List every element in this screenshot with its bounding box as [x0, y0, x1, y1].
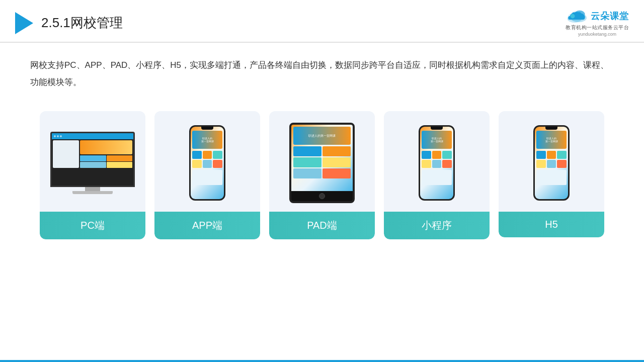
card-pc[interactable]: PC端 — [40, 111, 145, 239]
phone-mockup-app: 职进人的第一堂网课 — [189, 125, 225, 201]
phone-mockup-mini: 职进人的第一堂网课 — [419, 125, 455, 201]
logo-text: 云朵课堂 — [591, 10, 629, 22]
card-h5-label: H5 — [499, 212, 604, 237]
header-left: 2.5.1网校管理 — [15, 12, 123, 34]
header: 2.5.1网校管理 云朵课堂 教育机构一站式服务云平台 yunduoketang… — [0, 0, 644, 43]
card-pc-label: PC端 — [40, 212, 145, 239]
card-pc-image — [40, 111, 145, 212]
pc-screen — [50, 132, 135, 187]
cloud-logo-icon — [566, 9, 588, 23]
card-miniprogram-image: 职进人的第一堂网课 — [384, 111, 490, 212]
logo-tagline: 教育机构一站式服务云平台 — [566, 24, 629, 31]
bottom-line — [0, 360, 644, 362]
card-pad-image: 职进人的第一堂网课 — [269, 111, 375, 212]
cards-container: PC端 职进人的第一堂网课 — [0, 96, 644, 254]
card-miniprogram-label: 小程序 — [384, 212, 490, 239]
phone-mockup-h5: 职进人的第一堂网课 — [533, 125, 570, 201]
logo-cloud: 云朵课堂 — [566, 9, 629, 23]
play-icon — [15, 12, 33, 34]
card-pad[interactable]: 职进人的第一堂网课 PAD端 — [269, 111, 375, 239]
card-miniprogram[interactable]: 职进人的第一堂网课 小程序 — [384, 111, 490, 239]
logo-url: yunduoketang.com — [578, 32, 616, 37]
card-app-label: APP端 — [154, 212, 260, 239]
svg-point-5 — [571, 14, 575, 19]
tablet-mockup: 职进人的第一堂网课 — [289, 123, 355, 203]
card-pad-label: PAD端 — [269, 212, 375, 239]
card-h5-image: 职进人的第一堂网课 — [499, 111, 604, 212]
page-title: 2.5.1网校管理 — [41, 14, 123, 32]
card-h5[interactable]: 职进人的第一堂网课 H5 — [499, 111, 604, 237]
card-app-image: 职进人的第一堂网课 — [154, 111, 260, 212]
logo-area: 云朵课堂 教育机构一站式服务云平台 yunduoketang.com — [566, 9, 629, 37]
pc-mockup — [50, 132, 135, 194]
description-text: 网校支持PC、APP、PAD、小程序、H5，实现多端打通，产品各终端自由切换，数… — [0, 43, 644, 96]
card-app[interactable]: 职进人的第一堂网课 APP端 — [154, 111, 260, 239]
